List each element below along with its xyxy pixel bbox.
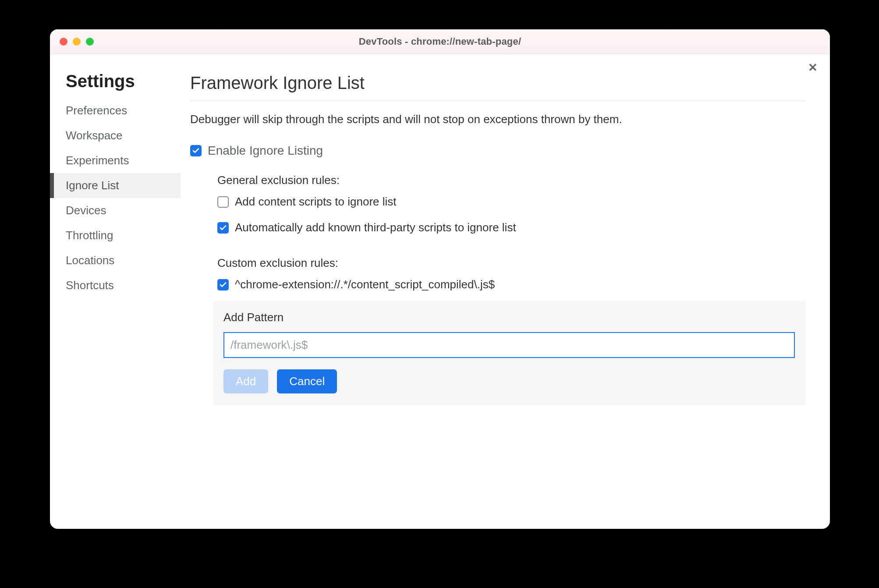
window-zoom-button[interactable] [86, 38, 94, 46]
enable-ignore-listing-checkbox[interactable] [190, 145, 202, 156]
content-scripts-label: Add content scripts to ignore list [235, 195, 397, 209]
custom-rule-label: ^chrome-extension://.*/content_script_co… [235, 278, 495, 291]
settings-content: ✕ Settings Preferences Workspace Experim… [50, 54, 830, 529]
page-title: Framework Ignore List [190, 73, 805, 101]
sidebar-item-ignore-list[interactable]: Ignore List [50, 173, 181, 198]
window-titlebar: DevTools - chrome://new-tab-page/ [50, 29, 830, 54]
sidebar-item-throttling[interactable]: Throttling [50, 223, 181, 248]
sidebar-item-devices[interactable]: Devices [50, 198, 181, 223]
devtools-settings-window: DevTools - chrome://new-tab-page/ ✕ Sett… [50, 29, 830, 529]
window-title: DevTools - chrome://new-tab-page/ [359, 36, 521, 47]
general-rule-row: Automatically add known third-party scri… [217, 221, 805, 234]
sidebar-item-workspace[interactable]: Workspace [50, 123, 181, 148]
content-scripts-checkbox[interactable] [217, 196, 229, 208]
custom-exclusion-heading: Custom exclusion rules: [217, 256, 805, 270]
enable-ignore-listing-row: Enable Ignore Listing [190, 144, 805, 158]
custom-exclusion-section: Custom exclusion rules: ^chrome-extensio… [217, 256, 805, 291]
custom-rule-checkbox[interactable] [217, 279, 229, 290]
add-pattern-buttons: Add Cancel [223, 369, 795, 393]
add-pattern-title: Add Pattern [223, 311, 795, 324]
check-icon [219, 224, 227, 232]
check-icon [219, 281, 227, 289]
settings-sidebar: Settings Preferences Workspace Experimen… [50, 54, 181, 529]
add-button[interactable]: Add [223, 369, 268, 393]
window-close-button[interactable] [60, 38, 67, 46]
sidebar-item-shortcuts[interactable]: Shortcuts [50, 273, 181, 298]
sidebar-item-preferences[interactable]: Preferences [50, 98, 181, 123]
general-exclusion-heading: General exclusion rules: [217, 174, 805, 187]
third-party-scripts-label: Automatically add known third-party scri… [235, 221, 516, 234]
settings-sidebar-title: Settings [50, 71, 181, 98]
window-minimize-button[interactable] [73, 38, 81, 46]
cancel-button[interactable]: Cancel [277, 369, 337, 393]
general-exclusion-section: General exclusion rules: Add content scr… [217, 174, 805, 234]
page-description: Debugger will skip through the scripts a… [190, 113, 805, 126]
third-party-scripts-checkbox[interactable] [217, 222, 229, 234]
sidebar-item-experiments[interactable]: Experiments [50, 148, 181, 173]
sidebar-item-locations[interactable]: Locations [50, 248, 181, 273]
add-pattern-input[interactable] [223, 332, 795, 358]
close-icon[interactable]: ✕ [808, 62, 818, 73]
check-icon [192, 147, 200, 155]
add-pattern-box: Add Pattern Add Cancel [213, 301, 805, 405]
custom-rule-row: ^chrome-extension://.*/content_script_co… [217, 278, 805, 291]
enable-ignore-listing-label: Enable Ignore Listing [208, 144, 323, 158]
window-traffic-lights [60, 38, 94, 46]
general-rule-row: Add content scripts to ignore list [217, 195, 805, 209]
settings-main-panel: Framework Ignore List Debugger will skip… [181, 54, 830, 529]
